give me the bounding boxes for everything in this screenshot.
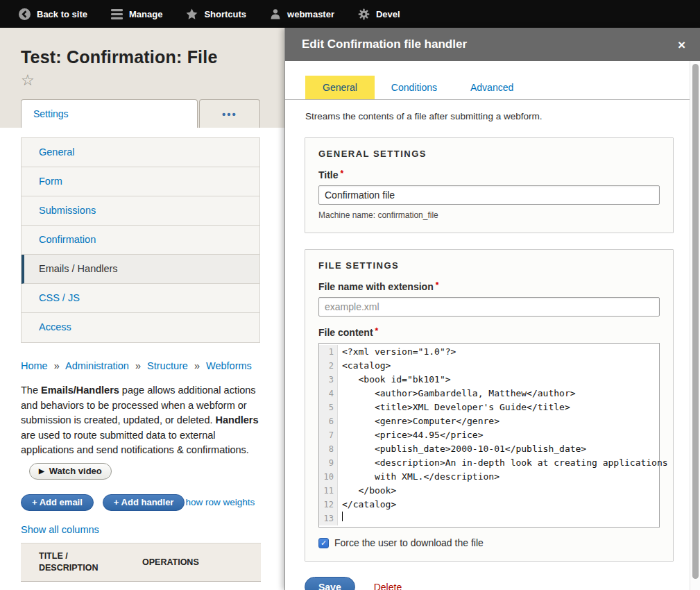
settings-menu: General Form Submissions Confirmation Em…	[21, 137, 260, 343]
title-label: Title*	[318, 169, 660, 180]
toolbar-item-label: Shortcuts	[204, 9, 246, 19]
add-handler-button[interactable]: + Add handler	[103, 494, 185, 511]
modal-tabs: General Conditions Advanced	[305, 76, 674, 99]
primary-tabs: Settings •••	[21, 99, 260, 128]
column-header-title-description: TITLE / DESCRIPTION	[21, 550, 125, 574]
admin-toolbar: Back to site Manage Shortcuts webmaster …	[0, 0, 700, 28]
webform-page-panel: Test: Confirmation: File ☆ Settings ••• …	[0, 28, 284, 590]
menu-item-confirmation[interactable]: Confirmation	[22, 226, 259, 255]
menu-item-emails-handlers[interactable]: Emails / Handlers	[22, 255, 259, 284]
code-line: 5 <title>XML Developer's Guide</title>	[319, 401, 659, 414]
table-header: TITLE / DESCRIPTION OPERATIONS	[21, 543, 261, 582]
code-line: 13	[319, 512, 659, 525]
code-line: 8 <publish_date>2000-10-01</publish_date…	[319, 442, 659, 456]
menu-item-form[interactable]: Form	[22, 167, 259, 196]
star-icon	[186, 8, 198, 20]
save-button[interactable]: Save	[305, 577, 355, 590]
column-header-operations: OPERATIONS	[125, 557, 261, 567]
code-line: 6 <genre>Computer</genre>	[319, 414, 659, 428]
breadcrumb-separator: »	[194, 360, 200, 371]
watch-video-button[interactable]: ▶ Watch video	[29, 463, 112, 480]
handlers-table: TITLE / DESCRIPTION OPERATIONS Confirmat…	[21, 543, 261, 590]
general-settings-legend: GENERAL SETTINGS	[318, 149, 660, 159]
tab-settings[interactable]: Settings	[21, 99, 198, 128]
modal-actions: Save Delete	[305, 577, 674, 590]
menu-item-submissions[interactable]: Submissions	[22, 196, 259, 226]
menu-icon	[111, 9, 123, 19]
show-all-columns-link[interactable]: Show all columns	[21, 524, 99, 535]
breadcrumb: Home » Administration » Structure » Webf…	[21, 360, 260, 371]
page-title: Test: Confirmation: File	[21, 47, 284, 67]
menu-item-css-js[interactable]: CSS / JS	[22, 284, 259, 313]
code-line: 10 with XML.</description>	[319, 470, 659, 484]
play-icon: ▶	[39, 467, 44, 475]
code-line: 4 <author>Gambardella, Matthew</author>	[319, 387, 659, 401]
scrollbar-thumb[interactable]	[692, 64, 699, 579]
handler-actions-row: + Add email + Add handler how row weight…	[21, 494, 260, 511]
edit-handler-modal: Edit Confirmation file handler × General…	[284, 28, 700, 590]
file-content-editor[interactable]: 1<?xml version="1.0"?> 2<catalog> 3 <boo…	[318, 343, 660, 528]
breadcrumb-home[interactable]: Home	[21, 360, 48, 371]
toolbar-manage[interactable]: Manage	[99, 0, 174, 28]
page-content: General Form Submissions Confirmation Em…	[0, 128, 284, 590]
title-field[interactable]	[318, 185, 660, 205]
tab-general[interactable]: General	[305, 76, 375, 99]
toolbar-back-to-site[interactable]: Back to site	[7, 0, 99, 28]
tab-advanced[interactable]: Advanced	[454, 76, 530, 99]
machine-name-text: Machine name: confirmation_file	[318, 210, 660, 220]
force-download-label: Force the user to download the file	[334, 537, 484, 548]
tab-more[interactable]: •••	[199, 99, 260, 128]
close-icon[interactable]: ×	[678, 38, 685, 51]
table-row: Confirmation file Streams the contents o…	[21, 582, 261, 590]
user-icon	[270, 8, 281, 19]
delete-link[interactable]: Delete	[374, 582, 402, 590]
show-row-weights-link[interactable]: how row weights	[185, 497, 255, 507]
page-header: Test: Confirmation: File ☆ Settings •••	[0, 28, 284, 128]
back-icon	[19, 8, 31, 20]
file-settings-legend: FILE SETTINGS	[318, 260, 660, 271]
toolbar-item-label: webmaster	[287, 9, 334, 19]
code-line: 3 <book id="bk101">	[319, 373, 659, 387]
toolbar-item-label: Manage	[129, 9, 162, 19]
modal-body: General Conditions Advanced Streams the …	[285, 61, 700, 590]
menu-item-access[interactable]: Access	[22, 313, 259, 342]
modal-scrollbar[interactable]	[690, 61, 700, 590]
toolbar-user-webmaster[interactable]: webmaster	[258, 0, 346, 28]
toolbar-devel[interactable]: Devel	[346, 0, 412, 28]
code-line: 9 <description>An in-depth look at creat…	[319, 456, 659, 470]
toolbar-item-label: Devel	[376, 9, 400, 19]
add-email-button[interactable]: + Add email	[21, 494, 94, 511]
toolbar-shortcuts[interactable]: Shortcuts	[174, 0, 258, 28]
code-line: 2<catalog>	[319, 359, 659, 373]
download-checkbox-row: ✓ Force the user to download the file	[318, 537, 660, 548]
breadcrumb-separator: »	[135, 360, 141, 371]
file-name-field[interactable]	[318, 297, 660, 317]
breadcrumb-administration[interactable]: Administration	[65, 360, 129, 371]
handlers-description: The Emails/Handlers page allows addition…	[21, 383, 262, 480]
tabs-divider	[285, 99, 700, 100]
code-line: 7 <price>44.95</price>	[319, 428, 659, 442]
handler-summary: Streams the contents of a file after sub…	[305, 111, 674, 121]
file-content-label: File content*	[318, 327, 660, 338]
code-line: 12</catalog>	[319, 498, 659, 512]
breadcrumb-webforms[interactable]: Webforms	[206, 360, 252, 371]
general-settings-fieldset: GENERAL SETTINGS Title* Machine name: co…	[305, 137, 674, 233]
breadcrumb-separator: »	[54, 360, 60, 371]
file-settings-fieldset: FILE SETTINGS File name with extension* …	[305, 249, 674, 562]
required-asterisk: *	[341, 169, 344, 178]
required-asterisk: *	[436, 280, 439, 290]
modal-header: Edit Confirmation file handler ×	[285, 28, 700, 61]
modal-title: Edit Confirmation file handler	[302, 37, 467, 51]
toolbar-item-label: Back to site	[37, 9, 87, 19]
tab-conditions[interactable]: Conditions	[375, 76, 454, 99]
code-line: 1<?xml version="1.0"?>	[319, 345, 659, 359]
file-name-label: File name with extension*	[318, 281, 660, 292]
required-asterisk: *	[375, 326, 379, 336]
favorite-star-icon[interactable]: ☆	[21, 73, 35, 88]
code-line: 11 </book>	[319, 484, 659, 498]
breadcrumb-structure[interactable]: Structure	[147, 360, 188, 371]
menu-item-general[interactable]: General	[22, 138, 259, 167]
text-cursor	[342, 512, 343, 521]
gear-icon	[358, 8, 370, 20]
force-download-checkbox[interactable]: ✓	[318, 538, 329, 548]
